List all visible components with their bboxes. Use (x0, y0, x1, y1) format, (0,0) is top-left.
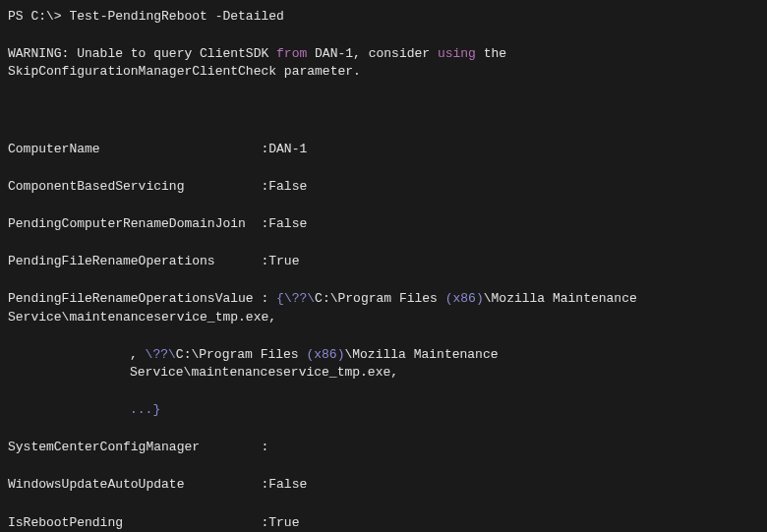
paren-x86: (x86) (306, 347, 344, 362)
keyword-using: using (438, 46, 476, 61)
continuation-line: , \??\C:\Program Files (x86)\Mozilla Mai… (130, 346, 759, 382)
prop-pendingfilerenameoperationsvalue: PendingFileRenameOperationsValue : {\??\… (8, 290, 759, 419)
prop-pendingfilerenameoperations: PendingFileRenameOperations : True (8, 253, 759, 270)
prompt-prefix: PS C:\> (8, 9, 69, 24)
warning-mid: DAN-1, consider (307, 46, 438, 61)
path-segment: C:\Program Files (315, 291, 445, 306)
prop-systemcenterconfigmanager: SystemCenterConfigManager : (8, 439, 759, 456)
warning-prefix: WARNING: Unable to query ClientSDK (8, 46, 276, 61)
output-results: ComputerName : DAN-1 ComponentBasedServi… (8, 141, 759, 532)
keyword-from: from (276, 46, 307, 61)
prop-label: PendingFileRenameOperationsValue (8, 290, 261, 308)
command-line: PS C:\> Test-PendingReboot -Detailed (8, 8, 759, 26)
brace-close: ...} (130, 402, 160, 417)
prop-isrebootpending: IsRebootPending : True (8, 514, 759, 532)
prop-label: PendingComputerRenameDomainJoin (8, 215, 261, 233)
prop-pendingcomputerrenamedomainjoin: PendingComputerRenameDomainJoin : False (8, 215, 759, 233)
prop-value: True (268, 514, 299, 532)
escape-seq: \??\ (284, 291, 315, 306)
prop-label: ComputerName (8, 141, 261, 158)
prop-componentbasedservicing: ComponentBasedServicing : False (8, 178, 759, 196)
command-name: Test-PendingReboot (69, 9, 206, 24)
prop-computername: ComputerName : DAN-1 (8, 141, 759, 158)
colon: : (261, 178, 268, 196)
prop-label: SystemCenterConfigManager (8, 439, 261, 456)
colon: : (261, 141, 268, 158)
command-arg: -Detailed (207, 9, 284, 24)
colon: : (261, 514, 268, 532)
prop-value: False (268, 476, 307, 494)
brace-open: { (276, 291, 284, 306)
warning-message: WARNING: Unable to query ClientSDK from … (8, 45, 759, 81)
prop-label: PendingFileRenameOperations (8, 253, 261, 270)
colon: : (261, 215, 268, 233)
prop-label: ComponentBasedServicing (8, 178, 261, 196)
prop-label: WindowsUpdateAutoUpdate (8, 476, 261, 494)
continuation-end: ...} (130, 401, 759, 419)
prop-value: False (268, 178, 307, 196)
prop-value: False (268, 215, 307, 233)
sep: , (130, 347, 146, 362)
prop-value: DAN-1 (268, 141, 307, 158)
escape-seq: \??\ (146, 347, 176, 362)
colon: : (261, 439, 268, 456)
colon: : (261, 253, 268, 270)
path-segment: C:\Program Files (176, 347, 307, 362)
prop-label: IsRebootPending (8, 514, 261, 532)
paren-x86: (x86) (445, 291, 484, 306)
colon: : (261, 291, 276, 306)
prop-windowsupdateautoupdate: WindowsUpdateAutoUpdate : False (8, 476, 759, 494)
colon: : (261, 476, 268, 494)
prop-value: True (268, 253, 299, 270)
